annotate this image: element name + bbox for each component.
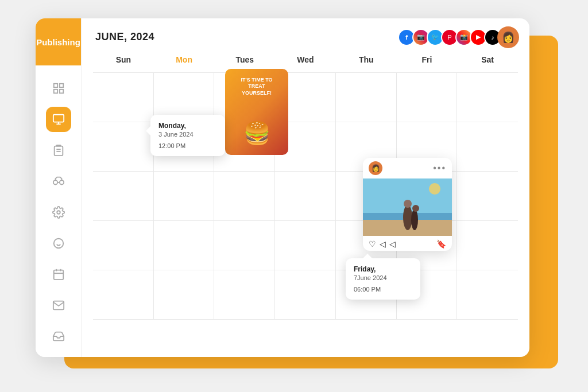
ig-comment-icon[interactable]: ◁ [380,239,386,249]
cell-34[interactable] [457,270,518,320]
ig-avatar: 👩 [369,161,382,175]
instagram-post-card[interactable]: 👩 ••• [363,158,452,251]
day-mon: Mon [154,52,215,68]
svg-rect-17 [53,270,63,280]
svg-rect-7 [54,146,63,155]
settings-icon [52,206,65,219]
cell-29[interactable] [154,270,215,320]
cell-15[interactable] [154,172,215,221]
ig-card-header: 👩 ••• [363,158,452,178]
grid-icon [52,82,65,95]
svg-point-13 [57,211,60,214]
svg-rect-3 [59,89,63,92]
ig-action-left: ♡ ◁ ◁ [369,239,396,249]
binoculars-icon [52,175,65,188]
cell-31[interactable] [275,270,336,320]
cell-5[interactable] [397,73,458,122]
svg-point-10 [53,180,57,184]
cell-0[interactable] [93,73,154,122]
sidebar-item-search[interactable] [46,169,71,194]
svg-point-24 [429,183,440,195]
main-content: 👩 JUNE, 2024 f 📷 🐦 P 📸 ▶ ♪ G [82,18,529,357]
sidebar-item-inbox[interactable] [46,324,71,349]
cell-20[interactable] [457,172,518,221]
sidebar-item-schedule[interactable] [46,262,71,287]
svg-point-14 [53,238,63,248]
tooltip-insta: Friday, 7June 2024 06:00 PM [346,258,420,300]
svg-point-26 [404,200,412,208]
ig-dots[interactable]: ••• [433,163,446,173]
cell-6[interactable] [457,73,518,122]
sidebar-item-calendar[interactable] [46,107,71,132]
svg-point-11 [59,180,63,184]
post-burger-text: IT'S TIME TOTREATYOURSELF! [230,77,284,97]
smiley-icon [52,237,65,250]
cell-24[interactable] [275,221,336,270]
svg-rect-4 [53,114,63,122]
sidebar-item-grid[interactable] [46,76,71,101]
ig-bookmark-icon[interactable]: 🔖 [436,239,446,249]
sidebar-item-posts[interactable] [46,138,71,163]
monitor-icon [52,113,65,126]
tooltip-burger-time: 12:00 PM [158,142,217,149]
day-wed: Wed [275,52,336,68]
inbox-icon [52,330,65,343]
mail-icon [52,299,65,312]
tooltip-insta-day: Friday, [354,265,412,273]
svg-point-25 [403,205,412,230]
month-title: JUNE, 2024 [95,31,154,43]
svg-rect-0 [53,83,57,87]
calendar-header: Sun Mon Tues Wed Thu Fri Sat [93,52,518,73]
sidebar-icons [46,65,71,359]
calendar: Sun Mon Tues Wed Thu Fri Sat [82,52,529,357]
sidebar: Publishing [36,18,82,357]
tooltip-burger-date: 3 June 2024 [158,131,217,138]
svg-rect-1 [59,83,63,87]
cell-28[interactable] [93,270,154,320]
ig-photo [363,178,452,236]
post-burger-image: IT'S TIME TOTREATYOURSELF! 🍔 [225,69,288,155]
profile-emoji: 👩 [502,31,514,44]
cell-16[interactable] [214,172,275,221]
cell-30[interactable] [214,270,275,320]
cell-27[interactable] [457,221,518,270]
cell-4[interactable] [336,73,397,122]
cell-21[interactable] [93,221,154,270]
tooltip-insta-date: 7June 2024 [354,274,412,281]
svg-rect-2 [53,89,57,92]
clipboard-icon [52,144,65,157]
post-burger-card[interactable]: IT'S TIME TOTREATYOURSELF! 🍔 [225,69,288,155]
main-card: Publishing [36,18,529,357]
tooltip-insta-time: 06:00 PM [354,286,412,293]
calendar2-icon [52,268,65,281]
ig-beach-scene [363,178,452,236]
burger-emoji: 🍔 [243,121,270,146]
day-sun: Sun [93,52,154,68]
cell-22[interactable] [154,221,215,270]
ig-share-icon[interactable]: ◁ [389,239,396,249]
topbar: JUNE, 2024 f 📷 🐦 P 📸 ▶ ♪ G [82,18,529,52]
sidebar-item-mail[interactable] [46,293,71,318]
sidebar-header: Publishing [36,18,81,65]
cell-23[interactable] [214,221,275,270]
svg-point-27 [411,209,418,230]
ig-avatar-emoji: 👩 [372,164,380,172]
day-thu: Thu [336,52,397,68]
cell-7[interactable] [93,122,154,172]
tooltip-burger-day: Monday, [158,122,217,130]
day-tues: Tues [214,52,275,68]
cell-13[interactable] [457,122,518,172]
svg-point-28 [412,205,419,212]
ig-heart-icon[interactable]: ♡ [369,239,376,249]
day-fri: Fri [397,52,458,68]
cell-14[interactable] [93,172,154,221]
profile-avatar[interactable]: 👩 [497,26,519,48]
tooltip-burger: Monday, 3 June 2024 12:00 PM [150,115,225,156]
day-sat: Sat [457,52,518,68]
sidebar-item-settings[interactable] [46,200,71,225]
sidebar-item-social[interactable] [46,231,71,256]
cell-17[interactable] [275,172,336,221]
ig-actions: ♡ ◁ ◁ 🔖 [363,236,452,251]
sidebar-title: Publishing [36,37,80,48]
calendar-body [93,73,518,320]
